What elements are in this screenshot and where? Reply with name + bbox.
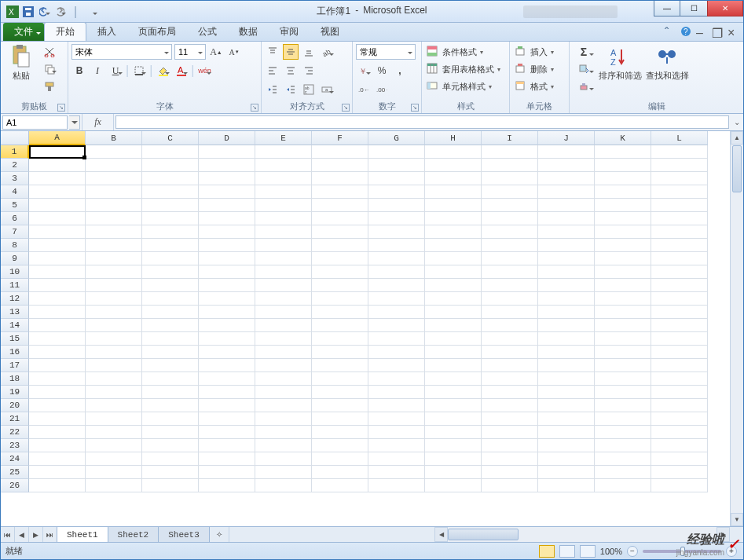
grid-rows[interactable]: 1234567891011121314151617181920212223242…: [1, 145, 743, 526]
cell[interactable]: [651, 252, 708, 265]
select-all-corner[interactable]: [1, 131, 29, 145]
cell[interactable]: [29, 239, 86, 252]
cell[interactable]: [255, 466, 312, 479]
merge-center-icon[interactable]: a: [319, 82, 335, 97]
row-header[interactable]: 2: [1, 159, 29, 172]
cell[interactable]: [595, 346, 651, 359]
sheet-tab[interactable]: Sheet1: [57, 527, 108, 542]
row-header[interactable]: 22: [1, 426, 29, 439]
cell[interactable]: [651, 185, 708, 199]
ribbon-minimize-icon[interactable]: ˆ: [665, 26, 676, 37]
formula-bar-expand-icon[interactable]: ⌄: [731, 114, 743, 130]
cell[interactable]: [425, 466, 482, 479]
cell[interactable]: [368, 359, 425, 372]
row-header[interactable]: 20: [1, 399, 29, 412]
cell[interactable]: [312, 412, 368, 426]
cell[interactable]: [142, 185, 199, 199]
cell[interactable]: [538, 279, 595, 292]
cell[interactable]: [142, 199, 199, 212]
align-center-icon[interactable]: [283, 63, 299, 79]
vscroll-thumb[interactable]: [732, 145, 742, 192]
cell[interactable]: [538, 292, 595, 306]
cell[interactable]: [255, 265, 312, 279]
cell[interactable]: [595, 479, 651, 492]
cell[interactable]: [595, 159, 651, 172]
row-header[interactable]: 17: [1, 359, 29, 372]
cell[interactable]: [651, 225, 708, 239]
cell[interactable]: [425, 359, 482, 372]
cell[interactable]: [482, 172, 538, 185]
cell[interactable]: [595, 239, 651, 252]
cell[interactable]: [538, 479, 595, 492]
cell[interactable]: [425, 225, 482, 239]
cell[interactable]: [86, 386, 142, 399]
cell[interactable]: [86, 252, 142, 265]
cell[interactable]: [538, 346, 595, 359]
cell[interactable]: [312, 346, 368, 359]
cell[interactable]: [86, 439, 142, 452]
clipboard-dialog-launcher[interactable]: ↘: [57, 104, 65, 112]
cell[interactable]: [312, 466, 368, 479]
cell[interactable]: [86, 452, 142, 466]
cell-styles-button[interactable]: 单元格样式▾: [425, 79, 502, 94]
cell[interactable]: [312, 306, 368, 319]
cell[interactable]: [199, 452, 255, 466]
cell[interactable]: [199, 439, 255, 452]
cell[interactable]: [651, 239, 708, 252]
cell[interactable]: [482, 399, 538, 412]
grow-font-icon[interactable]: A▲: [208, 44, 224, 60]
copy-icon[interactable]: [42, 61, 57, 77]
cell[interactable]: [425, 252, 482, 265]
cell[interactable]: [425, 346, 482, 359]
cell[interactable]: [651, 212, 708, 225]
cell[interactable]: [255, 412, 312, 426]
cell[interactable]: [538, 306, 595, 319]
column-header[interactable]: B: [86, 131, 142, 145]
cell[interactable]: [538, 426, 595, 439]
cell[interactable]: [86, 426, 142, 439]
cell[interactable]: [368, 439, 425, 452]
cell[interactable]: [651, 346, 708, 359]
cell[interactable]: [29, 159, 86, 172]
row-header[interactable]: 12: [1, 292, 29, 306]
cell[interactable]: [368, 399, 425, 412]
cell[interactable]: [199, 239, 255, 252]
cell[interactable]: [312, 452, 368, 466]
cell[interactable]: [595, 386, 651, 399]
comma-format-icon[interactable]: ,: [392, 63, 408, 79]
shrink-font-icon[interactable]: A▼: [226, 44, 242, 60]
cell[interactable]: [482, 466, 538, 479]
align-left-icon[interactable]: [265, 63, 280, 79]
cell[interactable]: [312, 185, 368, 199]
paste-button[interactable]: 粘贴: [4, 44, 38, 98]
cell[interactable]: [142, 412, 199, 426]
column-header[interactable]: A: [29, 131, 86, 145]
cell[interactable]: [86, 306, 142, 319]
cell[interactable]: [86, 372, 142, 386]
formula-input[interactable]: [115, 115, 729, 129]
cell[interactable]: [255, 212, 312, 225]
column-header[interactable]: C: [142, 131, 199, 145]
fill-button[interactable]: [573, 61, 595, 77]
workbook-restore-icon[interactable]: ❐: [712, 26, 723, 37]
scroll-right-icon[interactable]: ▶: [717, 527, 730, 542]
cell[interactable]: [595, 372, 651, 386]
undo-icon[interactable]: [37, 5, 51, 19]
row-header[interactable]: 9: [1, 252, 29, 265]
cell[interactable]: [199, 372, 255, 386]
cell[interactable]: [29, 292, 86, 306]
row-header[interactable]: 23: [1, 439, 29, 452]
column-header[interactable]: J: [538, 131, 595, 145]
name-box[interactable]: A1: [2, 115, 68, 130]
cell[interactable]: [199, 332, 255, 346]
decrease-decimal-icon[interactable]: .00→: [374, 82, 390, 97]
cell[interactable]: [368, 145, 425, 159]
tab-home[interactable]: 开始: [44, 22, 86, 41]
cell[interactable]: [595, 225, 651, 239]
cell[interactable]: [368, 479, 425, 492]
row-header[interactable]: 1: [1, 145, 29, 159]
cell[interactable]: [142, 292, 199, 306]
cell[interactable]: [29, 212, 86, 225]
cell[interactable]: [142, 306, 199, 319]
cell[interactable]: [538, 212, 595, 225]
